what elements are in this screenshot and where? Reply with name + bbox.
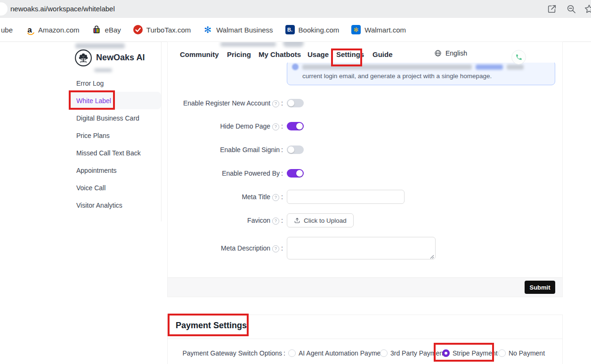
sidebar-item-visitor-analytics[interactable]: Visitor Analytics — [70, 196, 161, 214]
redacted-text — [94, 68, 112, 72]
redacted-toggle — [283, 41, 304, 47]
account-avatar[interactable] — [511, 50, 526, 65]
form-row: Enable Gmail Signin?: — [168, 142, 562, 157]
radio-circle — [288, 349, 296, 357]
brand-name: NewOaks AI — [96, 53, 145, 63]
white-label-settings-card: Community Pricing My Chatbots Usage Sett… — [167, 41, 563, 297]
field-label: Meta Title?: — [168, 193, 283, 201]
bookmark-label: Amazon.com — [38, 26, 80, 34]
top-nav: Community Pricing My Chatbots Usage Sett… — [168, 42, 562, 63]
radio-3rd-party-payment[interactable]: 3rd Party Payment — [380, 346, 445, 361]
info-icon — [292, 64, 299, 70]
form-row: Enable Powered By?: — [168, 166, 562, 181]
ebay-icon — [92, 25, 101, 34]
radio-circle — [442, 349, 450, 357]
submit-button[interactable]: Submit — [525, 281, 555, 294]
language-selector[interactable]: English — [434, 49, 467, 57]
phone-icon — [515, 54, 522, 61]
payment-gateway-label: Payment Gateway Switch Options: — [168, 349, 285, 357]
help-icon: ? — [272, 194, 279, 201]
help-icon: ? — [272, 245, 279, 252]
page: { "browser": { "url": "newoaks.ai/worksp… — [0, 0, 591, 364]
field-label: Enable Powered By?: — [168, 170, 283, 177]
help-icon: ? — [272, 100, 279, 107]
form-row: Hide Demo Page?: — [168, 119, 562, 134]
bookmark-label: Walmart Business — [216, 26, 273, 34]
sidebar-item-price-plans[interactable]: Price Plans — [70, 127, 161, 144]
radio-no-payment[interactable]: No Payment — [498, 346, 545, 361]
nav-my-chatbots[interactable]: My Chatbots — [259, 50, 301, 58]
share-icon[interactable] — [547, 4, 557, 14]
booking-icon: B. — [285, 25, 295, 34]
walmart-spark-icon: ✻ — [203, 25, 212, 34]
toggle-enable-gmail-signin[interactable] — [287, 146, 304, 154]
sidebar-item-missed-call-text-back[interactable]: Missed Call Text Back — [70, 144, 161, 162]
meta-title-input[interactable] — [287, 190, 405, 204]
toggle-hide-demo-page[interactable] — [287, 122, 304, 130]
bookmark-turbotax[interactable]: TurboTax.com — [133, 25, 191, 34]
turbotax-icon — [133, 25, 143, 34]
sidebar-item-error-log[interactable]: Error Log — [70, 74, 161, 92]
payment-settings-title: Payment Settings — [176, 321, 247, 331]
radio-circle — [380, 349, 388, 357]
globe-icon — [434, 49, 442, 57]
address-pill — [0, 2, 8, 16]
field-label: Enable Register New Account?: — [168, 99, 283, 107]
bookmark-booking[interactable]: B. Booking.com — [285, 25, 340, 34]
sidebar-menu: Error Log White Label Digital Business C… — [70, 74, 161, 214]
divider — [168, 339, 562, 339]
redacted-text — [507, 65, 524, 70]
bookmarks-bar: ube a Amazon.com eBay TurboTax.com ✻ Wal… — [0, 18, 591, 42]
nav-settings[interactable]: Settings — [336, 50, 364, 58]
bookmark-youtube[interactable]: ube — [1, 26, 13, 34]
bookmark-amazon[interactable]: a Amazon.com — [25, 25, 80, 34]
nav-guide[interactable]: Guide — [372, 50, 393, 58]
bookmark-label: eBay — [105, 26, 121, 34]
upload-label: Click to Upload — [304, 217, 347, 224]
bookmark-ebay[interactable]: eBay — [92, 25, 121, 34]
sidebar-item-voice-call[interactable]: Voice Call — [70, 179, 161, 196]
field-label: Meta Description?: — [168, 244, 283, 252]
field-label: Favicon?: — [168, 217, 283, 225]
form-row: Meta Description?: — [168, 233, 562, 264]
sidebar-item-digital-business-card[interactable]: Digital Business Card — [70, 109, 161, 127]
favicon-upload-button[interactable]: Click to Upload — [287, 213, 354, 227]
bookmark-label: ube — [1, 26, 13, 34]
radio-ai-agent-automation-payment[interactable]: AI Agent Automation Payment — [288, 346, 386, 361]
help-icon: ? — [272, 123, 279, 130]
redacted-text — [302, 65, 472, 70]
card-footer — [168, 277, 562, 297]
form-row: Favicon?: Click to Upload — [168, 213, 562, 228]
zoom-out-icon[interactable] — [566, 4, 576, 14]
redacted-text — [220, 42, 276, 47]
browser-address-bar: newoaks.ai/workspace/whitelabel — [0, 0, 591, 18]
nav-pricing[interactable]: Pricing — [227, 50, 251, 58]
sidebar-divider — [161, 41, 162, 221]
url-text[interactable]: newoaks.ai/workspace/whitelabel — [10, 0, 115, 18]
radio-stripe-payment[interactable]: Stripe Payment — [442, 346, 498, 361]
meta-description-textarea[interactable] — [287, 237, 436, 259]
newoaks-logo-icon — [74, 49, 92, 67]
bookmark-walmart-business[interactable]: ✻ Walmart Business — [203, 25, 273, 34]
alert-text: current login email, and generate a proj… — [302, 73, 492, 80]
nav-usage[interactable]: Usage — [308, 50, 329, 58]
walmart-tile-icon: ✻ — [351, 25, 361, 34]
nav-community[interactable]: Community — [180, 50, 219, 58]
bookmark-walmart[interactable]: ✻ Walmart.com — [351, 25, 406, 34]
payment-settings-card: Payment Settings Payment Gateway Switch … — [167, 315, 563, 364]
sidebar-item-appointments[interactable]: Appointments — [70, 162, 161, 179]
toggle-enable-register-new-account[interactable] — [287, 99, 304, 107]
radio-circle — [498, 349, 506, 357]
bookmark-label: Walmart.com — [364, 26, 406, 34]
amazon-icon: a — [25, 25, 34, 34]
field-label: Hide Demo Page?: — [168, 122, 283, 130]
bookmark-label: TurboTax.com — [146, 26, 191, 34]
language-label: English — [445, 49, 467, 57]
redacted-text — [75, 43, 125, 49]
toggle-enable-powered-by[interactable] — [287, 169, 304, 178]
upload-icon — [294, 217, 300, 224]
bookmark-label: Booking.com — [299, 26, 340, 34]
form-row: Enable Register New Account?: — [168, 96, 562, 111]
sidebar-item-white-label[interactable]: White Label — [70, 92, 161, 109]
favorite-star-icon[interactable] — [584, 4, 591, 14]
